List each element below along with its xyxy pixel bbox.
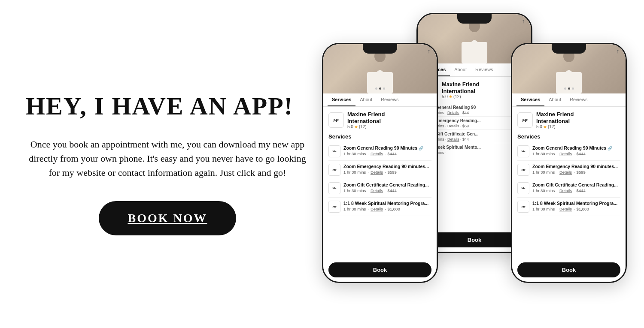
price-3: $444 bbox=[388, 188, 397, 193]
tab-services-3[interactable]: Services bbox=[516, 93, 544, 106]
app-body-1: MF Maxine FriendInternational 5.0 ★ (12) bbox=[323, 107, 437, 257]
details-link-3-2[interactable]: Details bbox=[559, 170, 572, 175]
duration-2: 1 hr 30 mins bbox=[343, 170, 366, 175]
service-logo-3-3: MF bbox=[517, 182, 529, 194]
tab-reviews-2[interactable]: Reviews bbox=[471, 63, 498, 76]
service-name-4: 1:1 8 Week Spiritual Mentoring Progra... bbox=[343, 201, 428, 207]
service-info-2: Zoom Emergency Reading 90 minutes... 1 h… bbox=[343, 164, 429, 175]
dot-3-3 bbox=[572, 87, 574, 90]
phone-notch-1 bbox=[363, 44, 397, 54]
details-link-4[interactable]: Details bbox=[371, 207, 383, 211]
service-logo-2: MF bbox=[328, 164, 340, 176]
service-item-3-4: MF 1:1 8 Week Spiritual Mentoring Progra… bbox=[517, 198, 620, 216]
details-link-1[interactable]: Details bbox=[371, 151, 383, 156]
dot-3 bbox=[383, 87, 385, 90]
service-meta-1: 1 hr 30 mins · Details · $444 bbox=[343, 151, 423, 156]
details-link-2[interactable]: Details bbox=[371, 170, 383, 175]
service-meta-3-1: 1 hr 30 mins · Details · $444 bbox=[532, 151, 612, 156]
tab-reviews-1[interactable]: Reviews bbox=[377, 93, 403, 106]
service-name-3-2: Zoom Emergency Reading 90 minutes... bbox=[532, 164, 618, 170]
rating-value-1: 5.0 bbox=[347, 124, 353, 129]
services-title-3: Services bbox=[517, 133, 620, 140]
book-button-2[interactable]: Book bbox=[423, 232, 526, 247]
provider-rating-2: 5.0 ★ (12) bbox=[442, 94, 479, 99]
price-2: $599 bbox=[388, 170, 397, 175]
phones-container: ↑ Services About Reviews MF Maxine Frien… bbox=[318, 0, 627, 328]
service-logo-3-1: MF bbox=[517, 145, 529, 157]
sub-text: Once you book an appointment with me, yo… bbox=[26, 137, 309, 180]
phone-screen-3: ↑ Services About Reviews bbox=[512, 44, 626, 282]
tab-about-3[interactable]: About bbox=[544, 93, 565, 106]
main-headline: HEY, I HAVE AN APP! bbox=[26, 93, 309, 120]
service-item-2: MF Zoom Emergency Reading 90 minutes... … bbox=[328, 161, 431, 179]
provider-info-2: MF Maxine FriendInternational 5.0 ★ (12) bbox=[423, 81, 526, 99]
service-meta-2: 1 hr 30 mins · Details · $599 bbox=[343, 170, 429, 175]
review-count-1: (12) bbox=[359, 124, 367, 129]
book-now-button[interactable]: BOOK NOW bbox=[99, 201, 236, 235]
dot-1 bbox=[375, 87, 377, 90]
service-info-4: 1:1 8 Week Spiritual Mentoring Progra...… bbox=[343, 201, 428, 211]
service-info-3-4: 1:1 8 Week Spiritual Mentoring Progra...… bbox=[532, 201, 617, 211]
phone-notch-3 bbox=[552, 44, 586, 54]
provider-logo-1: MF bbox=[328, 112, 344, 128]
phone-screen-1: ↑ Services About Reviews bbox=[323, 44, 437, 282]
provider-details-3: Maxine FriendInternational 5.0 ★ (12) bbox=[536, 111, 574, 129]
service-item-3-2: MF Zoom Emergency Reading 90 minutes... … bbox=[517, 161, 620, 179]
share-icon-1[interactable]: ↑ bbox=[425, 47, 433, 55]
details-link-3[interactable]: Details bbox=[371, 188, 383, 193]
service-info-3: Zoom Gift Certificate General Reading...… bbox=[343, 182, 429, 193]
provider-logo-3: MF bbox=[517, 112, 533, 128]
svg-rect-1 bbox=[462, 42, 487, 63]
phone-mockup-3: ↑ Services About Reviews bbox=[511, 43, 627, 283]
service-info-3-3: Zoom Gift Certificate General Reading...… bbox=[532, 182, 618, 193]
app-screen-1: ↑ Services About Reviews bbox=[323, 44, 437, 282]
star-icon-3: ★ bbox=[543, 124, 547, 129]
tab-services-1[interactable]: Services bbox=[328, 93, 355, 106]
svg-rect-3 bbox=[367, 72, 393, 93]
price-1: $444 bbox=[388, 151, 397, 156]
app-body-3: MF Maxine FriendInternational 5.0 ★ (12) bbox=[512, 107, 626, 257]
book-button-1[interactable]: Book bbox=[328, 262, 431, 277]
left-content: HEY, I HAVE AN APP! Once you book an app… bbox=[17, 75, 318, 253]
services-title-1: Services bbox=[328, 133, 431, 140]
details-link-3-3[interactable]: Details bbox=[559, 188, 572, 193]
tab-about-2[interactable]: About bbox=[450, 63, 471, 76]
tab-about-1[interactable]: About bbox=[355, 93, 377, 106]
phone-notch-2 bbox=[457, 14, 492, 24]
service-name-1: Zoom General Reading 90 Minutes 🔗 bbox=[343, 145, 423, 151]
service-logo-3: MF bbox=[328, 182, 340, 194]
provider-name-1: Maxine FriendInternational bbox=[347, 111, 385, 124]
service-item-3-1: MF Zoom General Reading 90 Minutes 🔗 1 h… bbox=[517, 142, 620, 161]
service-name-3: Zoom Gift Certificate General Reading... bbox=[343, 182, 429, 188]
service-info-3-1: Zoom General Reading 90 Minutes 🔗 1 hr 3… bbox=[532, 145, 612, 156]
service-meta-3: 1 hr 30 mins · Details · $444 bbox=[343, 188, 429, 193]
tab-reviews-3[interactable]: Reviews bbox=[565, 93, 592, 106]
share-icon-2[interactable]: ↑ bbox=[519, 17, 528, 25]
service-meta-4: 1 hr 30 mins · Details · $1,000 bbox=[343, 207, 428, 211]
review-count-3: (12) bbox=[548, 124, 556, 129]
phone-mockup-1: ↑ Services About Reviews bbox=[322, 43, 438, 283]
details-link-3-4[interactable]: Details bbox=[559, 207, 572, 211]
service-name-3-4: 1:1 8 Week Spiritual Mentoring Progra... bbox=[532, 201, 617, 207]
provider-details-1: Maxine FriendInternational 5.0 ★ (12) bbox=[347, 111, 385, 129]
share-icon-3[interactable]: ↑ bbox=[614, 47, 622, 55]
service-meta-3-4: 1 hr 30 mins · Details · $1,000 bbox=[532, 207, 617, 211]
provider-info-3: MF Maxine FriendInternational 5.0 ★ (12) bbox=[517, 111, 620, 129]
details-link-3-1[interactable]: Details bbox=[559, 151, 572, 156]
dot-3-2 bbox=[568, 87, 570, 90]
service-logo-3-4: MF bbox=[517, 201, 529, 213]
service-info-1: Zoom General Reading 90 Minutes 🔗 1 hr 3… bbox=[343, 145, 423, 156]
provider-rating-3: 5.0 ★ (12) bbox=[536, 124, 574, 129]
duration-4: 1 hr 30 mins bbox=[343, 207, 366, 211]
app-screen-3: ↑ Services About Reviews bbox=[512, 44, 626, 282]
provider-rating-1: 5.0 ★ (12) bbox=[347, 124, 385, 129]
service-item-3-3: MF Zoom Gift Certificate General Reading… bbox=[517, 179, 620, 198]
service-info-3-2: Zoom Emergency Reading 90 minutes... 1 h… bbox=[532, 164, 618, 175]
service-item-1: MF Zoom General Reading 90 Minutes 🔗 1 h… bbox=[328, 142, 431, 161]
book-button-3[interactable]: Book bbox=[517, 262, 620, 277]
page-container: HEY, I HAVE AN APP! Once you book an app… bbox=[0, 0, 644, 328]
rating-value-3: 5.0 bbox=[536, 124, 542, 129]
service-name-3-1: Zoom General Reading 90 Minutes 🔗 bbox=[532, 145, 612, 151]
provider-info-1: MF Maxine FriendInternational 5.0 ★ (12) bbox=[328, 111, 431, 129]
duration-3: 1 hr 30 mins bbox=[343, 188, 366, 193]
